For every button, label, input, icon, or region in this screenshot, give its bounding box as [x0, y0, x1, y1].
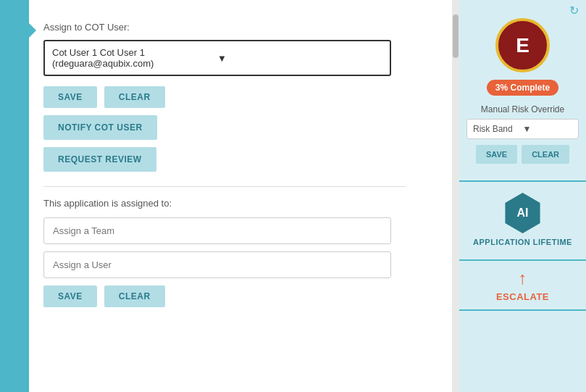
request-review-button[interactable]: REQUEST REVIEW	[43, 147, 156, 172]
app-lifetime-section: AI APPLICATION LIFETIME	[459, 185, 586, 259]
right-divider-1	[459, 180, 586, 182]
cot-user-dropdown[interactable]: Cot User 1 Cot User 1 (rdeguara@aqubix.c…	[43, 40, 391, 76]
assign-team-input[interactable]	[43, 217, 391, 244]
ai-hexagon-icon: AI	[503, 193, 543, 233]
left-bar-triangle	[28, 22, 36, 39]
scrollbar-thumb[interactable]	[453, 14, 459, 58]
risk-band-dropdown[interactable]: Risk Band ▼	[466, 119, 579, 139]
assign-clear-button[interactable]: CLEAR	[104, 285, 165, 307]
risk-save-button[interactable]: SAVE	[476, 145, 517, 164]
risk-band-value: Risk Band	[473, 124, 523, 134]
cot-action-row: SAVE CLEAR	[43, 86, 430, 108]
cot-dropdown-value: Cot User 1 Cot User 1 (rdeguara@aqubix.c…	[52, 47, 217, 69]
avatar: E	[495, 18, 550, 72]
cot-dropdown-arrow-icon: ▼	[217, 53, 382, 64]
risk-action-row: SAVE CLEAR	[466, 145, 579, 164]
risk-clear-button[interactable]: CLEAR	[522, 145, 569, 164]
ai-text: AI	[517, 207, 529, 220]
risk-override-section: Manual Risk Override Risk Band ▼ SAVE CL…	[459, 104, 586, 171]
section-divider	[43, 186, 406, 187]
progress-badge: 3% Complete	[487, 80, 558, 96]
risk-override-label: Manual Risk Override	[466, 104, 579, 114]
scrollbar-area	[452, 0, 459, 392]
left-accent-bar	[0, 0, 29, 392]
escalate-section[interactable]: ↑ ESCALATE	[459, 261, 586, 309]
right-panel: ↻ E 3% Complete Manual Risk Override Ris…	[459, 0, 586, 392]
notify-cot-user-button[interactable]: NOTIFY COT USER	[43, 115, 157, 140]
assign-save-button[interactable]: SAVE	[43, 285, 97, 307]
refresh-icon[interactable]: ↻	[569, 4, 579, 17]
escalate-label: ESCALATE	[496, 291, 549, 302]
cot-clear-button[interactable]: CLEAR	[104, 86, 165, 108]
main-content-panel: Assign to COT User: Cot User 1 Cot User …	[29, 0, 452, 392]
risk-dropdown-arrow-icon: ▼	[523, 124, 573, 134]
escalate-arrow-icon: ↑	[519, 268, 527, 288]
cot-save-button[interactable]: SAVE	[43, 86, 97, 108]
assigned-to-label: This application is assigned to:	[43, 198, 430, 209]
assign-action-row: SAVE CLEAR	[43, 285, 430, 307]
app-lifetime-label: APPLICATION LIFETIME	[473, 238, 572, 246]
assign-user-input[interactable]	[43, 251, 391, 278]
right-divider-3	[459, 309, 586, 311]
assign-cot-label: Assign to COT User:	[43, 22, 430, 33]
